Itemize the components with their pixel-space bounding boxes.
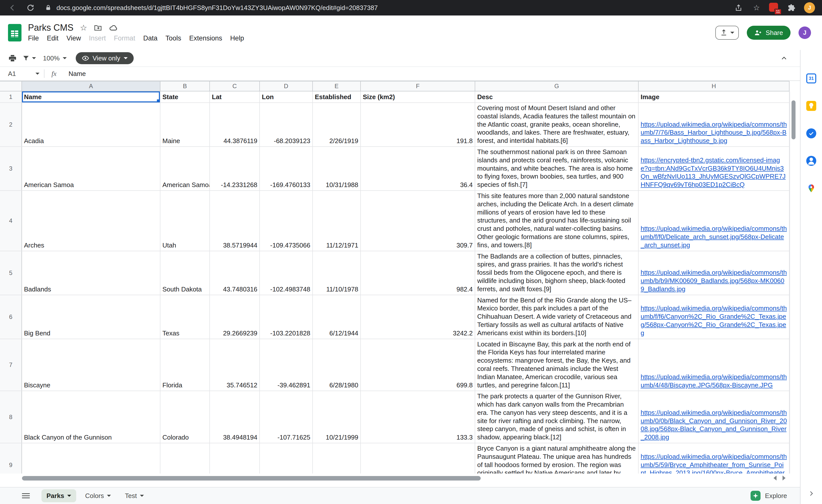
cell-name-row-2[interactable]: Acadia [22, 103, 160, 146]
header-cell-state[interactable]: State [160, 91, 210, 102]
extensions-puzzle-button[interactable] [786, 2, 797, 13]
contacts-icon[interactable] [806, 155, 817, 166]
menu-extensions[interactable]: Extensions [185, 33, 226, 43]
cell-established-row-9[interactable]: 2/25/1928 [313, 443, 361, 474]
zoom-select[interactable]: 100% [39, 52, 71, 65]
image-link[interactable]: https://upload.wikimedia.org/wikipedia/c… [641, 269, 787, 293]
header-cell-lat[interactable]: Lat [210, 91, 260, 102]
column-header-G[interactable]: G [475, 81, 639, 91]
cell-established-row-2[interactable]: 2/26/1919 [313, 103, 361, 146]
cell-desc-row-5[interactable]: The Badlands are a collection of buttes,… [475, 251, 639, 295]
cell-lon-row-6[interactable]: -103.2201828 [260, 295, 313, 339]
document-title[interactable]: Parks CMS [28, 22, 73, 33]
cell-established-row-5[interactable]: 11/10/1978 [313, 251, 361, 295]
cell-lat-row-8[interactable]: 38.4948194 [210, 391, 260, 443]
cell-desc-row-3[interactable]: The southernmost national park is on thr… [475, 147, 639, 190]
cell-desc-row-2[interactable]: Covering most of Mount Desert Island and… [475, 103, 639, 146]
image-link[interactable]: https://encrypted-tbn2.gstatic.com/licen… [641, 156, 787, 189]
share-button[interactable]: Share [747, 26, 791, 40]
column-header-H[interactable]: H [639, 81, 790, 91]
bookmark-star-button[interactable]: ☆ [751, 2, 762, 13]
cell-lat-row-5[interactable]: 43.7480316 [210, 251, 260, 295]
cell-lon-row-7[interactable]: -39.462891 [260, 339, 313, 391]
column-header-F[interactable]: F [361, 81, 475, 91]
cell-established-row-3[interactable]: 10/31/1988 [313, 147, 361, 190]
column-header-D[interactable]: D [260, 81, 313, 91]
cell-state-row-9[interactable]: Utah [160, 443, 210, 474]
cloud-saved-status-button[interactable] [109, 23, 118, 32]
cell-state-row-7[interactable]: Florida [160, 339, 210, 391]
adblock-extension-button[interactable]: 11 [769, 3, 779, 13]
image-link[interactable]: https://upload.wikimedia.org/wikipedia/c… [641, 453, 787, 474]
grid-corner-cell[interactable] [0, 81, 22, 91]
cell-name-row-5[interactable]: Badlands [22, 251, 160, 295]
header-cell-name[interactable]: Name [22, 91, 160, 102]
image-link[interactable]: https://upload.wikimedia.org/wikipedia/c… [641, 120, 787, 145]
vertical-scrollbar-thumb[interactable] [792, 100, 796, 139]
row-header-9[interactable]: 9 [0, 443, 22, 474]
url-text[interactable]: docs.google.com/spreadsheets/d/1gjttBIT4… [56, 4, 378, 12]
cell-established-row-4[interactable]: 11/12/1971 [313, 191, 361, 251]
header-cell-established[interactable]: Established [313, 91, 361, 102]
cell-image-row-4[interactable]: https://upload.wikimedia.org/wikipedia/c… [639, 191, 790, 251]
cell-image-row-3[interactable]: https://encrypted-tbn2.gstatic.com/licen… [639, 147, 790, 190]
sheet-tab-test[interactable]: Test [120, 489, 149, 502]
cell-name-row-6[interactable]: Big Bend [22, 295, 160, 339]
cell-size-row-2[interactable]: 191.8 [361, 103, 475, 146]
address-bar[interactable]: docs.google.com/spreadsheets/d/1gjttBIT4… [45, 4, 726, 12]
column-header-B[interactable]: B [160, 81, 210, 91]
filter-views-button[interactable] [20, 52, 38, 65]
header-cell-lon[interactable]: Lon [260, 91, 313, 102]
sheets-logo-icon[interactable] [8, 24, 21, 41]
cell-lat-row-6[interactable]: 29.2669239 [210, 295, 260, 339]
cell-image-row-6[interactable]: https://upload.wikimedia.org/wikipedia/c… [639, 295, 790, 339]
cell-lon-row-4[interactable]: -109.4735066 [260, 191, 313, 251]
vertical-scrollbar[interactable] [790, 91, 797, 474]
maps-icon[interactable] [806, 183, 817, 194]
row-header-7[interactable]: 7 [0, 339, 22, 391]
menu-view[interactable]: View [62, 33, 85, 43]
cell-image-row-5[interactable]: https://upload.wikimedia.org/wikipedia/c… [639, 251, 790, 295]
row-header-1[interactable]: 1 [0, 91, 22, 102]
cell-name-row-3[interactable]: American Samoa [22, 147, 160, 190]
cell-state-row-3[interactable]: American Samoa [160, 147, 210, 190]
cell-desc-row-9[interactable]: Bryce Canyon is a giant natural amphithe… [475, 443, 639, 474]
move-folder-button[interactable] [94, 23, 102, 32]
explore-button[interactable]: Explore [751, 491, 787, 501]
cell-lon-row-3[interactable]: -169.4760133 [260, 147, 313, 190]
cell-lon-row-9[interactable]: -112.1549442 [260, 443, 313, 474]
calendar-icon[interactable]: 31 [806, 73, 817, 84]
cell-size-row-6[interactable]: 3242.2 [361, 295, 475, 339]
image-link[interactable]: https://upload.wikimedia.org/wikipedia/c… [641, 409, 787, 441]
cell-lon-row-8[interactable]: -107.71625 [260, 391, 313, 443]
keep-icon[interactable] [806, 100, 817, 111]
header-cell-image[interactable]: Image [639, 91, 790, 102]
cell-name-row-9[interactable]: Bryce Canyon [22, 443, 160, 474]
name-box[interactable]: A1 [0, 70, 44, 78]
row-header-4[interactable]: 4 [0, 191, 22, 251]
cell-name-row-8[interactable]: Black Canyon of the Gunnison [22, 391, 160, 443]
cell-lat-row-3[interactable]: -14.2331268 [210, 147, 260, 190]
cell-state-row-4[interactable]: Utah [160, 191, 210, 251]
cell-size-row-5[interactable]: 982.4 [361, 251, 475, 295]
cell-lat-row-2[interactable]: 44.3876119 [210, 103, 260, 146]
formula-input[interactable]: Name [64, 70, 86, 78]
image-link[interactable]: https://upload.wikimedia.org/wikipedia/c… [641, 373, 787, 389]
cell-established-row-8[interactable]: 10/21/1999 [313, 391, 361, 443]
open-in-app-button[interactable] [715, 26, 739, 40]
cell-lat-row-7[interactable]: 35.746512 [210, 339, 260, 391]
cell-lat-row-4[interactable]: 38.5719944 [210, 191, 260, 251]
share-page-button[interactable] [733, 2, 744, 13]
menu-tools[interactable]: Tools [161, 33, 185, 43]
scroll-right-icon[interactable] [783, 476, 786, 481]
row-header-2[interactable]: 2 [0, 103, 22, 146]
cell-image-row-2[interactable]: https://upload.wikimedia.org/wikipedia/c… [639, 103, 790, 146]
scroll-left-icon[interactable] [774, 476, 777, 481]
cell-established-row-7[interactable]: 6/28/1980 [313, 339, 361, 391]
row-header-3[interactable]: 3 [0, 147, 22, 190]
column-header-C[interactable]: C [210, 81, 260, 91]
cell-established-row-6[interactable]: 6/12/1944 [313, 295, 361, 339]
cell-size-row-7[interactable]: 699.8 [361, 339, 475, 391]
browser-back-button[interactable] [7, 2, 18, 13]
cell-name-row-4[interactable]: Arches [22, 191, 160, 251]
